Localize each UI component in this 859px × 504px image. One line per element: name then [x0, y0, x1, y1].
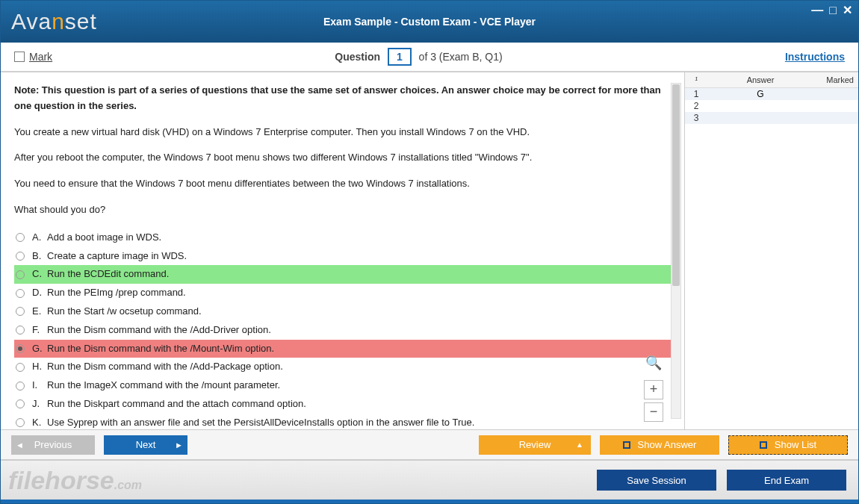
- answer-row[interactable]: F.Run the Dism command with the /Add-Dri…: [14, 321, 671, 340]
- side-row-answer: [707, 113, 813, 123]
- radio-icon[interactable]: [16, 307, 25, 316]
- previous-button[interactable]: Previous: [11, 435, 95, 455]
- magnifier-icon[interactable]: 🔍: [645, 352, 662, 374]
- square-icon: [623, 441, 630, 449]
- scrollbar-thumb[interactable]: [672, 84, 680, 286]
- question-word: Question: [335, 51, 380, 63]
- answer-text: Add a boot image in WDS.: [47, 230, 161, 246]
- answer-letter: K.: [32, 415, 47, 429]
- footer: filehorse.com Save Session End Exam: [1, 459, 858, 500]
- watermark-b: .com: [114, 479, 142, 491]
- side-row-num: 2: [685, 101, 707, 111]
- review-button[interactable]: Review: [479, 435, 591, 455]
- answer-text: Create a capture image in WDS.: [47, 249, 187, 264]
- side-header-marked: Marked: [813, 72, 858, 87]
- answer-text: Run the ImageX command with the /mount p…: [47, 378, 280, 393]
- radio-icon[interactable]: [16, 363, 25, 372]
- side-row-marked: [813, 89, 858, 99]
- main-area: Note: This question is part of a series …: [1, 72, 858, 429]
- mark-checkbox[interactable]: [14, 52, 25, 62]
- radio-icon[interactable]: [16, 289, 25, 298]
- answer-row[interactable]: B.Create a capture image in WDS.: [14, 247, 671, 266]
- square-icon: [760, 441, 767, 449]
- button-bar: Previous Next Review Show Answer Show Li…: [1, 429, 858, 459]
- side-row-answer: [707, 101, 813, 111]
- radio-icon[interactable]: [16, 326, 25, 335]
- scrollbar[interactable]: [671, 83, 681, 419]
- radio-icon[interactable]: [16, 382, 25, 391]
- answer-text: Run the Diskpart command and the attach …: [47, 396, 306, 412]
- side-header: ¹ Answer Marked: [685, 72, 858, 88]
- question-indicator: Question 1 of 3 (Exam B, Q1): [52, 48, 785, 66]
- question-number-box[interactable]: 1: [388, 48, 412, 66]
- radio-icon[interactable]: [16, 270, 25, 279]
- radio-icon[interactable]: [16, 233, 25, 242]
- radio-icon[interactable]: [16, 252, 25, 261]
- previous-label: Previous: [34, 439, 72, 450]
- zoom-controls: 🔍 + −: [644, 352, 663, 422]
- zoom-out-button[interactable]: −: [644, 402, 663, 422]
- save-session-button[interactable]: Save Session: [597, 470, 716, 491]
- question-pane: Note: This question is part of a series …: [1, 72, 685, 429]
- answer-row[interactable]: E.Run the Start /w ocsetup command.: [14, 302, 671, 321]
- answer-row[interactable]: I.Run the ImageX command with the /mount…: [14, 376, 671, 395]
- side-row-marked: [813, 113, 858, 123]
- answer-text: Run the PEImg /prep command.: [47, 285, 186, 301]
- side-row-marked: [813, 101, 858, 111]
- bottom-stripe: [1, 500, 858, 504]
- watermark-a: filehorse: [8, 466, 114, 494]
- question-para-3: You need to ensure that the Windows 7 bo…: [14, 176, 671, 192]
- radio-icon[interactable]: [16, 399, 25, 408]
- show-answer-button[interactable]: Show Answer: [600, 435, 719, 455]
- radio-icon[interactable]: [16, 418, 25, 427]
- answer-letter: E.: [32, 304, 47, 320]
- question-bar: Mark Question 1 of 3 (Exam B, Q1) Instru…: [1, 43, 858, 72]
- window-title: Exam Sample - Custom Exam - VCE Player: [1, 16, 858, 28]
- side-row[interactable]: 3: [685, 112, 858, 124]
- answer-row[interactable]: H.Run the Dism command with the /Add-Pac…: [14, 358, 671, 376]
- side-row-answer: G: [707, 89, 813, 99]
- mark-label[interactable]: Mark: [29, 51, 52, 63]
- instructions-link[interactable]: Instructions: [785, 51, 845, 63]
- minimize-icon[interactable]: —: [811, 5, 823, 16]
- answer-letter: I.: [32, 378, 47, 393]
- question-of-text: of 3 (Exam B, Q1): [419, 51, 503, 63]
- answer-row[interactable]: K.Use Syprep with an answer file and set…: [14, 414, 671, 429]
- answer-row[interactable]: D.Run the PEImg /prep command.: [14, 284, 671, 302]
- show-list-button[interactable]: Show List: [728, 435, 848, 455]
- side-header-num: ¹: [685, 72, 707, 87]
- save-label: Save Session: [627, 475, 686, 486]
- answer-row[interactable]: C.Run the BCDEdit command.: [14, 265, 671, 284]
- review-label: Review: [519, 439, 551, 450]
- question-para-4: What should you do?: [14, 202, 671, 218]
- side-row[interactable]: 1G: [685, 88, 858, 100]
- show-list-label: Show List: [775, 439, 816, 450]
- answer-letter: H.: [32, 359, 47, 375]
- answer-row[interactable]: A.Add a boot image in WDS.: [14, 228, 671, 247]
- answer-letter: B.: [32, 249, 47, 264]
- answer-letter: F.: [32, 323, 47, 338]
- show-answer-label: Show Answer: [638, 439, 697, 450]
- question-para-2: After you reboot the computer, the Windo…: [14, 150, 671, 166]
- answer-letter: G.: [32, 341, 47, 357]
- answer-row[interactable]: G.Run the Dism command with the /Mount-W…: [14, 340, 671, 358]
- close-icon[interactable]: ✕: [843, 5, 852, 16]
- radio-icon[interactable]: [16, 344, 25, 353]
- answer-letter: J.: [32, 396, 47, 412]
- question-note: Note: This question is part of a series …: [14, 83, 671, 114]
- end-exam-button[interactable]: End Exam: [727, 470, 846, 491]
- answers-list: A.Add a boot image in WDS.B.Create a cap…: [14, 228, 671, 429]
- maximize-icon[interactable]: □: [829, 5, 837, 16]
- next-button[interactable]: Next: [104, 435, 187, 455]
- side-row-num: 3: [685, 113, 707, 123]
- answer-letter: C.: [32, 267, 47, 282]
- zoom-in-button[interactable]: +: [644, 380, 663, 399]
- answer-letter: A.: [32, 230, 47, 246]
- titlebar: Avanset Exam Sample - Custom Exam - VCE …: [1, 1, 858, 43]
- side-rows: 1G23: [685, 88, 858, 124]
- answer-text: Run the Start /w ocsetup command.: [47, 304, 202, 320]
- answer-text: Use Syprep with an answer file and set t…: [47, 415, 474, 429]
- answer-row[interactable]: J.Run the Diskpart command and the attac…: [14, 395, 671, 414]
- side-row[interactable]: 2: [685, 100, 858, 112]
- answer-text: Run the Dism command with the /Add-Packa…: [47, 359, 283, 375]
